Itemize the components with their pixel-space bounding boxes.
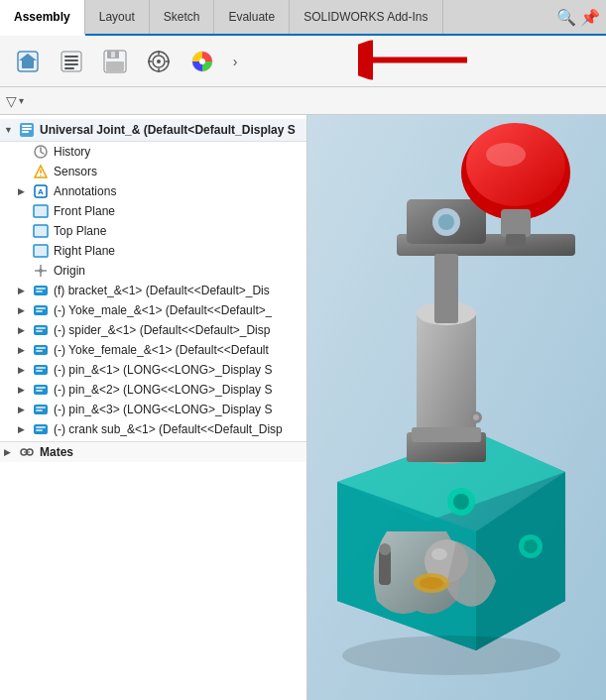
yoke-male-item[interactable]: ▶ (-) Yoke_male_&<1> (Default<<Default>_ [0, 300, 306, 320]
mates-expand[interactable]: ▶ [4, 447, 18, 457]
target-toolbar-btn[interactable] [139, 42, 179, 81]
sensors-item[interactable]: Sensors [0, 162, 306, 181]
svg-point-87 [431, 548, 447, 560]
svg-rect-58 [36, 407, 46, 408]
filter-dropdown-arrow[interactable]: ▾ [19, 95, 24, 106]
origin-item[interactable]: Origin [0, 261, 306, 281]
root-expand-arrow[interactable]: ▼ [4, 125, 18, 135]
sensors-label: Sensors [54, 165, 97, 178]
spider-expand[interactable]: ▶ [18, 325, 32, 335]
color-wheel-toolbar-btn[interactable] [182, 42, 222, 81]
svg-rect-5 [64, 59, 78, 61]
svg-point-38 [39, 269, 43, 273]
svg-point-89 [379, 543, 391, 555]
bracket-icon [32, 282, 50, 299]
assembly-3d-view [307, 115, 606, 700]
svg-rect-44 [36, 310, 43, 312]
pin2-item[interactable]: ▶ (-) pin_&<2> (LONG<<LONG>_Display S [0, 380, 306, 400]
pin1-icon [32, 361, 50, 379]
bracket-label: (f) bracket_&<1> (Default<<Default>_Dis [54, 284, 270, 297]
svg-rect-34 [34, 225, 48, 237]
tab-evaluate[interactable]: Evaluate [214, 0, 290, 34]
home-toolbar-btn[interactable] [8, 42, 48, 81]
svg-point-95 [420, 577, 443, 589]
pin-icon[interactable]: 📌 [580, 8, 600, 27]
top-plane-label: Top Plane [54, 224, 106, 238]
bracket-item[interactable]: ▶ (f) bracket_&<1> (Default<<Default>_Di… [0, 281, 306, 300]
3d-view-area[interactable] [307, 115, 606, 700]
red-arrow-indicator [358, 40, 477, 82]
mates-item[interactable]: ▶ Mates [0, 441, 306, 462]
svg-point-83 [486, 143, 526, 167]
svg-rect-77 [434, 254, 458, 323]
svg-point-91 [453, 494, 469, 510]
annotation-icon: A [32, 182, 50, 200]
crank-expand[interactable]: ▶ [18, 424, 32, 434]
front-plane-item[interactable]: Front Plane [0, 201, 306, 221]
right-plane-item[interactable]: Right Plane [0, 241, 306, 261]
tab-layout[interactable]: Layout [85, 0, 150, 34]
list-toolbar-btn[interactable] [52, 42, 91, 81]
pin1-expand[interactable]: ▶ [18, 365, 32, 375]
search-icon[interactable]: 🔍 [556, 8, 576, 27]
annotations-label: Annotations [54, 184, 116, 198]
svg-rect-26 [22, 125, 32, 127]
tab-assembly[interactable]: Assembly [0, 0, 85, 36]
top-plane-item[interactable]: Top Plane [0, 221, 306, 241]
svg-point-93 [524, 539, 538, 553]
toolbar-expand-btn[interactable]: › [226, 42, 244, 81]
mates-icon [18, 443, 36, 461]
tab-right-actions: 🔍 📌 [556, 0, 606, 34]
pin3-label: (-) pin_&<3> (LONG<<LONG>_Display S [54, 403, 272, 416]
yoke-female-expand[interactable]: ▶ [18, 345, 32, 355]
svg-rect-4 [64, 56, 78, 58]
tree-root: ▼ Universal Joint_& (Default<Default_Dis… [0, 115, 306, 466]
tab-sketch[interactable]: Sketch [150, 0, 215, 34]
svg-rect-6 [64, 63, 78, 65]
svg-rect-59 [36, 409, 43, 411]
root-assembly-node[interactable]: ▼ Universal Joint_& (Default<Default_Dis… [0, 119, 306, 142]
svg-rect-62 [36, 429, 43, 431]
pin2-expand[interactable]: ▶ [18, 385, 32, 395]
svg-rect-7 [64, 67, 74, 69]
svg-point-80 [438, 214, 454, 230]
save-toolbar-btn[interactable] [95, 42, 135, 81]
svg-rect-11 [106, 61, 124, 71]
annotations-item[interactable]: ▶ A Annotations [0, 181, 306, 201]
top-plane-icon [32, 222, 50, 240]
filter-icon[interactable]: ▽ [6, 93, 17, 109]
svg-text:A: A [38, 187, 44, 196]
crank-item[interactable]: ▶ (-) crank sub_&<1> (Default<<Default_D… [0, 419, 306, 439]
pin3-icon [32, 401, 50, 418]
svg-rect-61 [36, 426, 46, 428]
svg-rect-35 [34, 245, 48, 257]
origin-label: Origin [54, 264, 85, 278]
bracket-expand[interactable]: ▶ [18, 286, 32, 295]
history-label: History [54, 145, 90, 159]
pin3-expand[interactable]: ▶ [18, 405, 32, 414]
yoke-female-item[interactable]: ▶ (-) Yoke_female_&<1> (Default<<Default [0, 340, 306, 360]
svg-rect-53 [36, 370, 43, 372]
svg-rect-40 [36, 288, 46, 290]
yoke-female-icon [32, 341, 50, 359]
filter-bar: ▽ ▾ [0, 87, 606, 115]
annotations-expand[interactable]: ▶ [18, 186, 32, 196]
svg-point-14 [157, 59, 161, 63]
tab-addins[interactable]: SOLIDWORKS Add-Ins [290, 0, 442, 34]
crank-label: (-) crank sub_&<1> (Default<<Default_Dis… [54, 422, 283, 436]
svg-rect-56 [36, 390, 43, 392]
pin3-item[interactable]: ▶ (-) pin_&<3> (LONG<<LONG>_Display S [0, 400, 306, 419]
sensor-icon [32, 163, 50, 180]
spider-item[interactable]: ▶ (-) spider_&<1> (Default<<Default>_Dis… [0, 320, 306, 340]
pin1-item[interactable]: ▶ (-) pin_&<1> (LONG<<LONG>_Display S [0, 360, 306, 380]
svg-rect-75 [412, 427, 481, 442]
history-icon [32, 143, 50, 161]
svg-rect-41 [36, 291, 43, 292]
main-layout: ▼ Universal Joint_& (Default<Default_Dis… [0, 115, 606, 700]
yoke-male-expand[interactable]: ▶ [18, 305, 32, 315]
pin2-icon [32, 381, 50, 399]
pin1-label: (-) pin_&<1> (LONG<<LONG>_Display S [54, 363, 272, 377]
history-item[interactable]: History [0, 142, 306, 162]
pin2-label: (-) pin_&<2> (LONG<<LONG>_Display S [54, 383, 272, 397]
svg-rect-55 [36, 387, 46, 389]
